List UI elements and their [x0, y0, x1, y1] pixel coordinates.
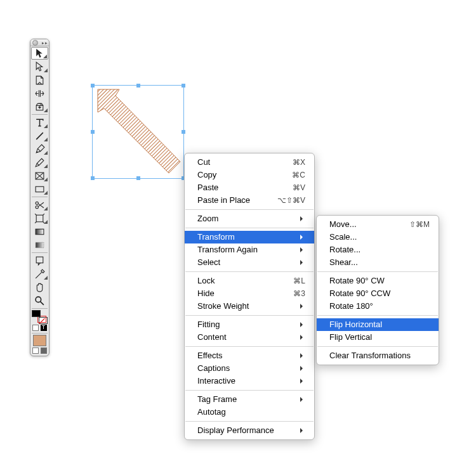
menu-tag-frame[interactable]: Tag Frame	[185, 393, 314, 406]
submenu-rotate[interactable]: Rotate...	[317, 243, 439, 256]
submenu-shear[interactable]: Shear...	[317, 256, 439, 269]
page-tool[interactable]	[31, 74, 48, 86]
eyedropper-tool[interactable]	[31, 268, 48, 280]
svg-line-16	[41, 301, 44, 304]
apply-color-swatch[interactable]	[33, 335, 46, 346]
chevron-right-icon	[300, 216, 305, 221]
menu-stroke-weight[interactable]: Stroke Weight	[185, 300, 314, 313]
svg-point-7	[36, 202, 38, 204]
svg-point-8	[36, 205, 38, 208]
svg-rect-11	[36, 215, 43, 222]
svg-rect-13	[36, 242, 44, 248]
chevron-right-icon	[300, 247, 305, 252]
close-icon[interactable]	[32, 40, 38, 46]
fill-stroke-swatch[interactable]	[32, 310, 48, 324]
svg-rect-14	[36, 257, 43, 263]
menu-transform-again[interactable]: Transform Again	[185, 243, 314, 256]
tools-panel: ▸▸	[30, 39, 50, 356]
submenu-flip-vertical[interactable]: Flip Vertical	[317, 331, 439, 344]
menu-effects[interactable]: Effects	[185, 349, 314, 362]
svg-rect-12	[36, 229, 44, 235]
chevron-right-icon	[300, 428, 305, 433]
menu-transform[interactable]: Transform	[185, 231, 314, 243]
gradient-swatch-tool[interactable]	[31, 225, 48, 238]
chevron-right-icon	[300, 260, 305, 265]
rectangle-tool[interactable]	[31, 183, 48, 195]
menu-display-performance[interactable]: Display Performance	[185, 424, 314, 437]
menu-content[interactable]: Content	[185, 331, 314, 344]
menu-cut[interactable]: Cut ⌘X	[185, 156, 314, 169]
menu-autotag[interactable]: Autotag	[185, 406, 314, 418]
menu-fitting[interactable]: Fitting	[185, 318, 314, 331]
arrow-graphic	[93, 86, 183, 178]
expand-icon[interactable]: ▸▸	[42, 41, 48, 45]
svg-line-17	[39, 318, 45, 324]
chevron-right-icon	[300, 353, 305, 358]
menu-paste-in-place[interactable]: Paste in Place ⌥⇧⌘V	[185, 194, 314, 207]
context-menu: Cut ⌘X Copy ⌘C Paste ⌘V Paste in Place ⌥…	[184, 153, 315, 440]
direct-selection-tool[interactable]	[31, 60, 48, 73]
svg-rect-6	[36, 186, 44, 192]
svg-line-1	[36, 133, 43, 139]
submenu-flip-horizontal[interactable]: Flip Horizontal	[317, 318, 439, 331]
pencil-tool[interactable]	[31, 156, 48, 169]
transform-submenu: Move... ⇧⌘M Scale... Rotate... Shear... …	[316, 215, 439, 365]
rectangle-frame-tool[interactable]	[31, 169, 48, 182]
submenu-move[interactable]: Move... ⇧⌘M	[317, 218, 439, 231]
content-collector-tool[interactable]	[31, 100, 48, 113]
submenu-rotate-90-ccw[interactable]: Rotate 90° CCW	[317, 287, 439, 300]
chevron-right-icon	[300, 304, 305, 309]
menu-copy[interactable]: Copy ⌘C	[185, 169, 314, 181]
view-mode-swatches[interactable]	[32, 347, 48, 354]
scissors-tool[interactable]	[31, 198, 48, 211]
svg-point-2	[36, 151, 37, 152]
menu-paste[interactable]: Paste ⌘V	[185, 181, 314, 194]
menu-captions[interactable]: Captions	[185, 362, 314, 375]
chevron-right-icon	[300, 235, 305, 240]
zoom-tool[interactable]	[31, 294, 48, 307]
type-tool[interactable]	[31, 116, 48, 129]
tools-panel-titlebar[interactable]: ▸▸	[30, 39, 49, 46]
submenu-clear-transformations[interactable]: Clear Transformations	[317, 349, 439, 362]
pen-tool[interactable]	[31, 143, 48, 155]
chevron-right-icon	[300, 397, 305, 402]
selection-tool[interactable]	[31, 47, 48, 60]
menu-select[interactable]: Select	[185, 256, 314, 269]
svg-point-15	[36, 297, 41, 302]
submenu-rotate-180[interactable]: Rotate 180°	[317, 300, 439, 313]
menu-zoom[interactable]: Zoom	[185, 212, 314, 225]
chevron-right-icon	[300, 379, 305, 384]
chevron-right-icon	[300, 335, 305, 340]
line-tool[interactable]	[31, 129, 48, 142]
gradient-feather-tool[interactable]	[31, 238, 48, 251]
gap-tool[interactable]	[31, 87, 48, 100]
menu-lock[interactable]: Lock ⌘L	[185, 275, 314, 287]
formatting-affects-swatches[interactable]: T	[32, 325, 48, 331]
selected-arrow-frame[interactable]	[92, 85, 184, 179]
free-transform-tool[interactable]	[31, 212, 48, 224]
menu-interactive[interactable]: Interactive	[185, 375, 314, 387]
note-tool[interactable]	[31, 254, 48, 267]
menu-hide[interactable]: Hide ⌘3	[185, 287, 314, 300]
submenu-rotate-90-cw[interactable]: Rotate 90° CW	[317, 275, 439, 287]
chevron-right-icon	[300, 322, 305, 327]
submenu-scale[interactable]: Scale...	[317, 231, 439, 243]
hand-tool[interactable]	[31, 281, 48, 294]
chevron-right-icon	[300, 366, 305, 371]
